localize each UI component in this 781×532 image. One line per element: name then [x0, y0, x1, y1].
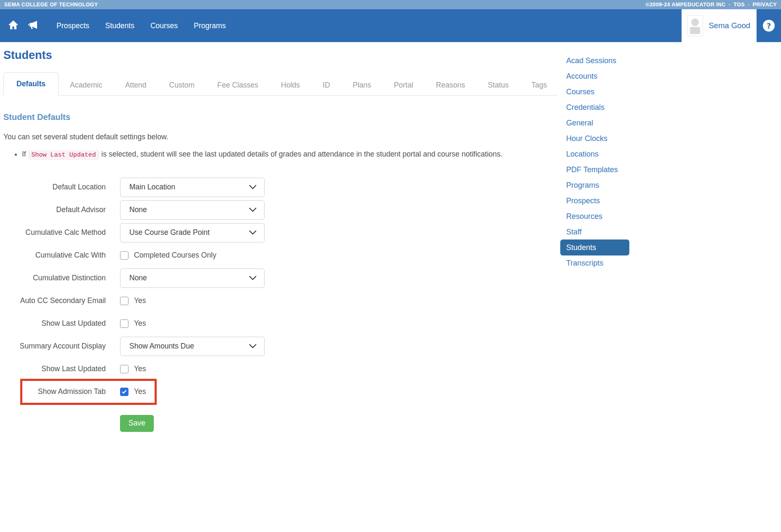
intro-text: You can set several student default sett… — [3, 133, 558, 141]
tab-tags[interactable]: Tags — [520, 75, 559, 96]
megaphone-icon — [28, 20, 38, 32]
tab-status[interactable]: Status — [476, 75, 520, 96]
sidebar-link[interactable]: Students — [560, 239, 629, 255]
sidebar-item-general: General — [566, 117, 781, 129]
page-title: Students — [3, 49, 558, 62]
sidebar-link[interactable]: Acad Sessions — [566, 55, 616, 66]
checkbox-label: Yes — [134, 296, 146, 305]
privacy-link[interactable]: PRIVACY — [753, 2, 777, 8]
tab-holds[interactable]: Holds — [270, 75, 311, 96]
save-button[interactable]: Save — [120, 415, 154, 432]
tab-defaults[interactable]: Defaults — [3, 72, 59, 96]
chevron-down-icon — [249, 228, 257, 237]
field-label: Cumulative Distinction — [3, 274, 106, 282]
nav-item-courses[interactable]: Courses — [142, 9, 186, 42]
nav-menu: Prospects Students Courses Programs — [48, 9, 234, 42]
form-row-cumulative-distinction: Cumulative Distinction None — [3, 267, 558, 290]
nav-item-prospects[interactable]: Prospects — [48, 9, 97, 42]
field-label: Summary Account Display — [3, 342, 106, 351]
announcements-button[interactable] — [23, 9, 43, 42]
user-menu[interactable]: Sema Good — [682, 9, 757, 42]
student-defaults-form: Default Location Main Location Default A… — [3, 176, 558, 432]
sidebar-item-resources: Resources — [566, 210, 781, 222]
form-row-cumulative-calc-method: Cumulative Calc Method Use Course Grade … — [3, 221, 558, 244]
field-label: Auto CC Secondary Email — [3, 296, 106, 305]
summary-account-display-select[interactable]: Show Amounts Due — [120, 337, 265, 356]
tos-link[interactable]: TOS — [733, 2, 745, 8]
code-badge: Show Last Updated — [28, 150, 99, 160]
sidebar-link[interactable]: General — [566, 117, 593, 129]
sidebar-link[interactable]: Programs — [566, 179, 599, 191]
sidebar-item-programs: Programs — [566, 179, 781, 191]
tab-plans[interactable]: Plans — [341, 75, 382, 96]
sidebar-item-locations: Locations — [566, 148, 781, 160]
sidebar-item-students: Students — [566, 242, 781, 253]
sidebar-link[interactable]: Prospects — [566, 195, 600, 207]
chevron-down-icon — [249, 342, 257, 351]
form-row-default-location: Default Location Main Location — [3, 176, 558, 199]
sidebar-item-prospects: Prospects — [566, 195, 781, 207]
sidebar-link[interactable]: Transcripts — [566, 257, 603, 269]
select-value: None — [129, 205, 147, 214]
sidebar-link[interactable]: Accounts — [566, 70, 597, 82]
default-advisor-select[interactable]: None — [120, 200, 265, 220]
section-heading: Student Defaults — [3, 112, 558, 122]
default-location-select[interactable]: Main Location — [120, 178, 265, 197]
field-label: Default Location — [3, 183, 106, 192]
show-last-updated-checkbox-1[interactable] — [120, 319, 128, 328]
cumulative-distinction-select[interactable]: None — [120, 269, 265, 288]
content-area: Students Defaults Academic Attend Custom… — [0, 42, 781, 432]
sidebar-item-staff: Staff — [566, 226, 781, 238]
sidebar-link[interactable]: Courses — [566, 86, 594, 98]
form-row-cumulative-calc-with: Cumulative Calc With Completed Courses O… — [3, 244, 558, 267]
form-row-show-admission-tab: Show Admission Tab Yes — [3, 380, 558, 403]
sidebar-link[interactable]: Resources — [566, 210, 602, 222]
field-label: Show Last Updated — [3, 319, 106, 328]
tab-fee-classes[interactable]: Fee Classes — [206, 75, 270, 96]
select-value: Use Course Grade Point — [129, 228, 210, 237]
field-label: Show Last Updated — [3, 364, 106, 373]
auto-cc-secondary-email-checkbox[interactable] — [120, 297, 128, 305]
select-value: Show Amounts Due — [129, 342, 194, 351]
sidebar-link[interactable]: Staff — [566, 226, 582, 238]
tab-academic[interactable]: Academic — [59, 75, 114, 96]
sidebar-link[interactable]: Credentials — [566, 101, 604, 113]
select-value: Main Location — [129, 183, 175, 192]
form-row-show-last-updated-2: Show Last Updated Yes — [3, 358, 558, 380]
main-navbar: Prospects Students Courses Programs Sema… — [0, 9, 781, 42]
tab-reasons[interactable]: Reasons — [425, 75, 476, 96]
form-row-default-advisor: Default Advisor None — [3, 199, 558, 221]
sidebar-link[interactable]: Locations — [566, 148, 599, 160]
sidebar-link[interactable]: PDF Templates — [566, 164, 618, 176]
form-row-show-last-updated-1: Show Last Updated Yes — [3, 312, 558, 335]
home-button[interactable] — [3, 9, 23, 42]
chevron-down-icon — [249, 205, 257, 214]
settings-sidebar: Acad Sessions Accounts Courses Credentia… — [558, 42, 781, 432]
field-label: Default Advisor — [3, 205, 106, 214]
chevron-down-icon — [249, 183, 257, 192]
tab-attend[interactable]: Attend — [114, 75, 158, 96]
show-last-updated-checkbox-2[interactable] — [120, 365, 128, 373]
tab-portal[interactable]: Portal — [382, 75, 425, 96]
show-admission-tab-checkbox[interactable] — [120, 388, 128, 396]
cumulative-calc-with-checkbox[interactable] — [120, 251, 128, 260]
nav-item-programs[interactable]: Programs — [186, 9, 234, 42]
home-icon — [8, 20, 19, 32]
form-row-summary-account-display: Summary Account Display Show Amounts Due — [3, 335, 558, 358]
checkbox-label: Yes — [134, 387, 146, 396]
school-name: SEMA COLLEGE OF TECHNOLOGY — [4, 2, 98, 8]
sidebar-item-hour-clocks: Hour Clocks — [566, 133, 781, 144]
help-button[interactable]: ? — [763, 20, 775, 32]
sidebar-item-accounts: Accounts — [566, 70, 781, 82]
note-item: If Show Last Updated is selected, studen… — [22, 148, 513, 161]
checkbox-label: Yes — [134, 319, 146, 328]
cumulative-calc-method-select[interactable]: Use Course Grade Point — [120, 223, 265, 242]
tab-bar: Defaults Academic Attend Custom Fee Clas… — [3, 72, 558, 96]
field-label: Cumulative Calc Method — [3, 228, 106, 237]
sidebar-link[interactable]: Hour Clocks — [566, 133, 607, 144]
user-name: Sema Good — [709, 21, 750, 30]
tab-id[interactable]: ID — [311, 75, 342, 96]
nav-item-students[interactable]: Students — [97, 9, 142, 42]
sidebar-item-credentials: Credentials — [566, 101, 781, 113]
tab-custom[interactable]: Custom — [158, 75, 206, 96]
